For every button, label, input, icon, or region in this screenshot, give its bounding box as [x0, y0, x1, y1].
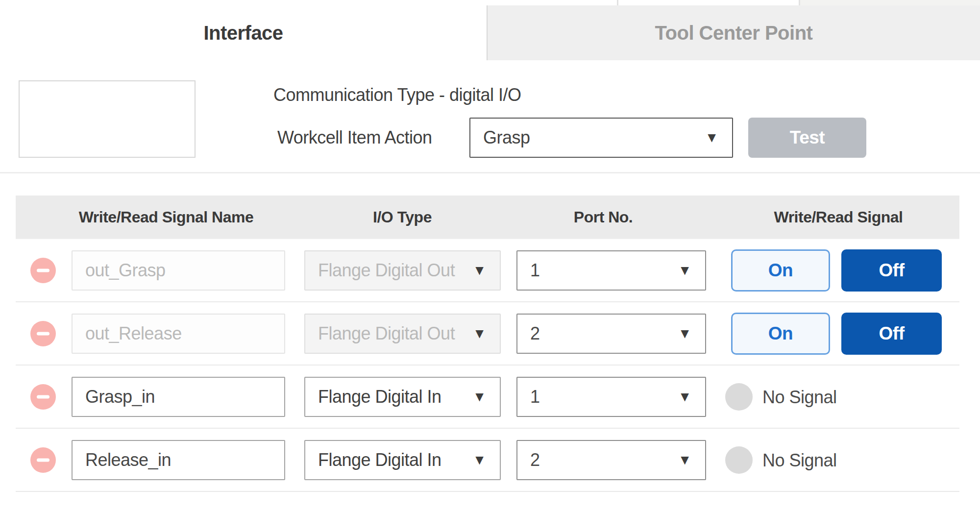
io-type-select[interactable]: Flange Digital In ▼ — [304, 440, 501, 480]
table-row: Flange Digital In ▼ 1 ▼ No Signal — [16, 366, 959, 429]
remove-row-button[interactable] — [30, 384, 56, 410]
top-gray-segment — [800, 0, 980, 5]
table-row: Flange Digital Out ▼ 2 ▼ On Off — [16, 302, 959, 366]
io-type-select: Flange Digital Out ▼ — [304, 314, 501, 354]
tab-bar: Interface Tool Center Point — [0, 5, 980, 60]
signal-off-button[interactable]: Off — [841, 313, 942, 355]
chevron-down-icon: ▼ — [678, 453, 691, 467]
no-signal-indicator — [725, 383, 753, 411]
chevron-down-icon: ▼ — [705, 131, 718, 145]
chevron-down-icon: ▼ — [473, 453, 486, 467]
signal-on-button[interactable]: On — [731, 249, 830, 292]
port-value: 1 — [530, 387, 540, 407]
no-signal-label: No Signal — [762, 366, 837, 429]
no-signal-indicator — [725, 446, 753, 474]
remove-row-button[interactable] — [30, 258, 56, 283]
io-type-value: Flange Digital Out — [318, 260, 455, 281]
port-select[interactable]: 2 ▼ — [516, 314, 706, 354]
io-type-value: Flange Digital In — [318, 450, 441, 470]
port-select[interactable]: 1 ▼ — [516, 250, 706, 291]
io-type-value: Flange Digital In — [318, 387, 441, 407]
signal-name-input[interactable] — [72, 440, 285, 480]
communication-type-text: Communication Type - digital I/O — [273, 84, 521, 106]
section-divider — [0, 172, 980, 173]
workcell-item-image-placeholder — [19, 80, 196, 158]
chevron-down-icon: ▼ — [473, 264, 486, 277]
signal-off-button[interactable]: Off — [841, 249, 942, 292]
chevron-down-icon: ▼ — [473, 327, 486, 341]
top-cropped-row — [0, 0, 980, 5]
io-type-select: Flange Digital Out ▼ — [304, 250, 501, 291]
remove-row-button[interactable] — [30, 447, 56, 473]
test-button[interactable]: Test — [748, 118, 866, 158]
chevron-down-icon: ▼ — [473, 390, 486, 404]
header-signal-name: Write/Read Signal Name — [79, 208, 254, 226]
signal-table-body: Flange Digital Out ▼ 1 ▼ On Off Flange D… — [16, 239, 959, 492]
port-select[interactable]: 1 ▼ — [516, 377, 706, 417]
table-row: Flange Digital In ▼ 2 ▼ No Signal — [16, 429, 959, 492]
signal-on-button[interactable]: On — [731, 313, 830, 355]
workcell-item-action-select[interactable]: Grasp ▼ — [469, 118, 733, 158]
workcell-item-action-label: Workcell Item Action — [277, 127, 432, 148]
chevron-down-icon: ▼ — [678, 390, 691, 404]
tab-interface-label: Interface — [203, 22, 283, 44]
io-type-select[interactable]: Flange Digital In ▼ — [304, 377, 501, 417]
header-io-type: I/O Type — [373, 208, 432, 226]
workcell-item-action-value: Grasp — [483, 127, 530, 148]
remove-row-button[interactable] — [30, 321, 56, 346]
port-value: 1 — [530, 260, 540, 281]
io-type-value: Flange Digital Out — [318, 323, 455, 344]
tab-tool-center-point-label: Tool Center Point — [655, 22, 813, 44]
chevron-down-icon: ▼ — [678, 327, 691, 341]
signal-name-input[interactable] — [72, 377, 285, 417]
chevron-down-icon: ▼ — [678, 264, 691, 277]
signal-table-header: Write/Read Signal Name I/O Type Port No.… — [16, 195, 959, 239]
top-divider — [617, 0, 618, 5]
no-signal-label: No Signal — [762, 429, 837, 492]
header-write-read-signal: Write/Read Signal — [774, 208, 903, 226]
port-value: 2 — [530, 450, 540, 470]
tab-tool-center-point[interactable]: Tool Center Point — [487, 5, 980, 60]
header-port-no: Port No. — [574, 208, 633, 226]
port-value: 2 — [530, 323, 540, 344]
signal-name-input — [72, 314, 285, 354]
tab-interface[interactable]: Interface — [0, 5, 487, 60]
signal-name-input — [72, 250, 285, 291]
table-row: Flange Digital Out ▼ 1 ▼ On Off — [16, 239, 959, 302]
port-select[interactable]: 2 ▼ — [516, 440, 706, 480]
